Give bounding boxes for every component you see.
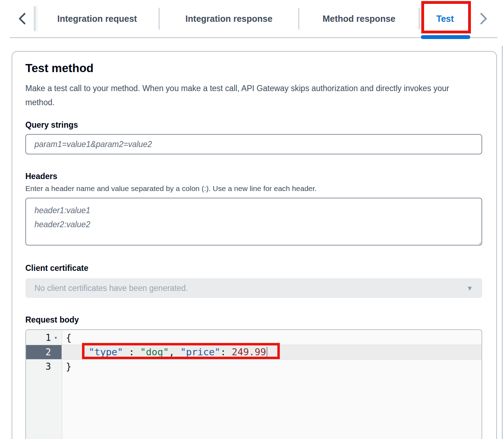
code-token-number: 249.99 xyxy=(232,346,266,357)
text-cursor xyxy=(266,347,267,357)
headers-hint: Enter a header name and value separated … xyxy=(25,184,482,193)
client-certificate-select[interactable]: No client certificates have been generat… xyxy=(25,278,482,298)
code-token-plain: , xyxy=(169,346,181,357)
line-number-cell: 1▾ xyxy=(26,331,62,345)
code-token-key: "type" xyxy=(89,346,123,357)
chevron-left-icon xyxy=(17,12,27,25)
page-title: Test method xyxy=(25,61,482,76)
code-token-plain: : xyxy=(123,346,140,357)
editor-code-rows: 1▾{2 "type" : "dog", "price": 249.993} xyxy=(26,330,481,374)
code-line-content: { xyxy=(62,331,481,345)
code-line-2[interactable]: 2 "type" : "dog", "price": 249.99 xyxy=(26,345,481,360)
code-token-plain: : xyxy=(220,346,232,357)
line-number: 1 xyxy=(45,332,51,343)
code-line-3[interactable]: 3} xyxy=(26,360,481,374)
client-certificate-value: No client certificates have been generat… xyxy=(34,284,188,293)
content-right-edge xyxy=(502,46,503,439)
tab-integration-request[interactable]: Integration request xyxy=(36,0,159,37)
panel-description: Make a test call to your method. When yo… xyxy=(25,81,465,109)
request-body-label: Request body xyxy=(25,315,482,325)
code-token-plain xyxy=(66,346,89,357)
query-strings-input[interactable] xyxy=(25,134,482,154)
line-number: 3 xyxy=(45,361,51,372)
code-line-content: } xyxy=(62,360,481,374)
api-gateway-test-page: { "colors": { "accent": "#0972d3", "anno… xyxy=(0,0,504,439)
active-tab-underline xyxy=(421,35,470,39)
headers-label: Headers xyxy=(25,171,482,181)
caret-down-icon: ▼ xyxy=(466,285,473,292)
line-number-cell: 3 xyxy=(26,360,62,374)
line-number-cell: 2 xyxy=(26,345,62,359)
tabs-container: Integration requestIntegration responseM… xyxy=(36,0,471,37)
query-strings-label: Query strings xyxy=(25,120,482,130)
tabs-scroll-right-button[interactable] xyxy=(475,12,492,25)
code-token-plain: { xyxy=(66,332,71,343)
tab-bar: Integration requestIntegration responseM… xyxy=(0,0,504,37)
line-number: 2 xyxy=(45,347,51,357)
code-token-string: "dog" xyxy=(140,346,169,357)
headers-textarea[interactable] xyxy=(25,198,482,246)
code-token-key: "price" xyxy=(180,346,220,357)
fold-arrow-icon[interactable]: ▾ xyxy=(53,335,59,341)
chevron-right-icon xyxy=(478,12,489,25)
code-line-1[interactable]: 1▾{ xyxy=(26,331,481,345)
tab-integration-response[interactable]: Integration response xyxy=(159,0,298,37)
tab-test[interactable]: Test xyxy=(420,0,471,37)
tab-method-response[interactable]: Method response xyxy=(299,0,419,37)
request-body-editor[interactable]: 1▾{2 "type" : "dog", "price": 249.993} xyxy=(25,329,482,439)
client-certificate-label: Client certificate xyxy=(25,263,482,273)
code-token-plain: } xyxy=(66,361,71,372)
code-line-content: "type" : "dog", "price": 249.99 xyxy=(62,345,481,359)
tabs-scroll-left-button[interactable] xyxy=(14,12,30,25)
test-method-panel: Test method Make a test call to your met… xyxy=(12,51,497,439)
